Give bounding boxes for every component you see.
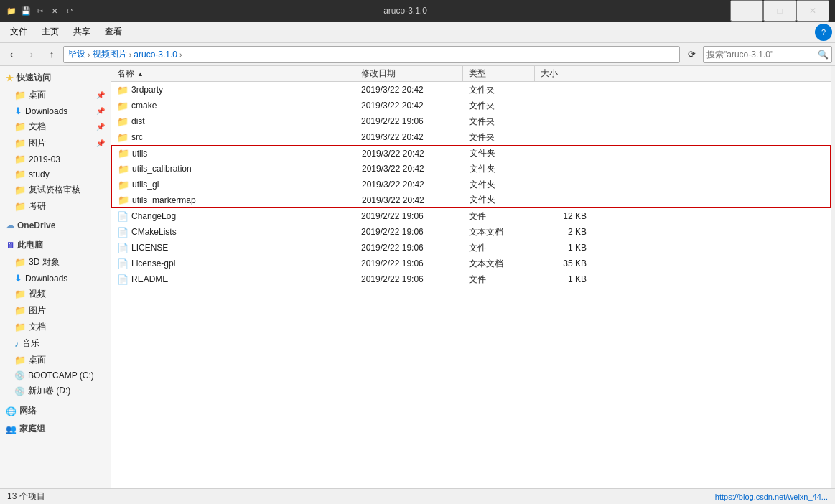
sidebar-item-volume-d[interactable]: 💿 新加卷 (D:) (0, 383, 111, 399)
file-size (535, 120, 592, 123)
file-size: 35 KB (535, 257, 592, 270)
back-button[interactable]: ‹ (3, 46, 20, 63)
sidebar-item-gaokao[interactable]: 📁 考研 (0, 198, 111, 215)
table-row[interactable]: 📄 README 2019/2/22 19:06 文件 1 KB (111, 271, 831, 287)
sidebar-section-homegroup[interactable]: 👥 家庭组 (0, 420, 111, 438)
sidebar-item-downloads[interactable]: ⬇ Downloads 📌 (0, 103, 111, 118)
sidebar-item-pics[interactable]: 📁 图片 (0, 302, 111, 319)
table-row[interactable]: 📁 utils_markermap 2019/3/22 20:42 文件夹 (111, 192, 831, 208)
sidebar-item-desktop[interactable]: 📁 桌面 📌 (0, 87, 111, 103)
file-type: 文件夹 (463, 114, 535, 129)
col-header-type[interactable]: 类型 (463, 66, 535, 81)
search-box[interactable]: 🔍 (703, 46, 832, 63)
col-header-date[interactable]: 修改日期 (355, 66, 463, 81)
col-size-label: 大小 (541, 67, 558, 80)
sidebar-section-quick-access[interactable]: ★ 快速访问 (0, 69, 111, 87)
file-type: 文件夹 (464, 162, 536, 177)
breadcrumb-sep-2: › (129, 50, 132, 59)
status-count: 13 个项目 (7, 490, 45, 503)
search-input[interactable] (706, 50, 818, 60)
cloud-icon: ☁ (6, 220, 14, 230)
breadcrumb-aruco[interactable]: aruco-3.1.0 (134, 50, 177, 60)
help-button[interactable]: ? (815, 24, 832, 41)
file-type: 文件夹 (464, 146, 536, 161)
star-icon: ★ (6, 73, 14, 83)
file-name: utils (132, 149, 147, 159)
folder-icon: 📁 (14, 169, 26, 179)
table-row[interactable]: 📁 cmake 2019/3/22 20:42 文件夹 (111, 98, 831, 113)
file-list-header: 名称 ▲ 修改日期 类型 大小 (111, 66, 831, 82)
sidebar-item-videos[interactable]: 📁 视频 (0, 286, 111, 302)
menu-file[interactable]: 文件 (3, 23, 34, 41)
folder-icon: 📁 (14, 185, 26, 195)
file-type: 文件 (463, 241, 535, 256)
music-icon: ♪ (14, 338, 19, 349)
col-header-name[interactable]: 名称 ▲ (111, 66, 355, 81)
resize-handle[interactable] (831, 66, 835, 488)
folder-icon: 📁 (117, 85, 129, 95)
menu-view[interactable]: 查看 (98, 23, 129, 41)
folder-icon: 📁 (117, 116, 129, 127)
menu-share[interactable]: 共享 (66, 23, 98, 41)
file-date: 2019/3/22 20:42 (356, 178, 464, 191)
sidebar-item-documents[interactable]: 📁 文档 (0, 319, 111, 335)
sidebar-item-bootcamp[interactable]: 💿 BOOTCAMP (C:) (0, 368, 111, 383)
file-icon: 📄 (117, 274, 129, 285)
breadcrumb-bigshe[interactable]: 毕设 (68, 48, 85, 60)
table-row[interactable]: 📁 utils_calibration 2019/3/22 20:42 文件夹 (111, 161, 831, 177)
table-row[interactable]: 📁 utils 2019/3/22 20:42 文件夹 (111, 145, 831, 161)
file-date: 2019/3/22 20:42 (356, 162, 464, 175)
sidebar-section-thispc[interactable]: 🖥 此电脑 (0, 236, 111, 254)
sidebar-item-docs[interactable]: 📁 文档 📌 (0, 118, 111, 135)
sidebar-section-onedrive[interactable]: ☁ OneDrive (0, 218, 111, 233)
sidebar-item-pc-downloads[interactable]: ⬇ Downloads (0, 271, 111, 286)
sidebar-item-pc-desktop[interactable]: 📁 桌面 (0, 352, 111, 368)
file-size (536, 152, 593, 155)
download-icon: ⬇ (14, 273, 22, 284)
table-row[interactable]: 📄 LICENSE 2019/2/22 19:06 文件 1 KB (111, 240, 831, 256)
sidebar-item-label: 图片 (29, 304, 46, 317)
network-icon: 🌐 (6, 406, 17, 416)
sidebar-item-label: 文档 (29, 121, 46, 133)
breadcrumb-sep-3: › (179, 50, 182, 59)
address-bar[interactable]: 毕设 › 视频图片 › aruco-3.1.0 › (63, 46, 680, 63)
menu-home[interactable]: 主页 (34, 23, 66, 41)
file-date: 2019/3/22 20:42 (355, 83, 463, 96)
sidebar-item-2019-03[interactable]: 📁 2019-03 (0, 151, 111, 167)
file-date: 2019/2/22 19:06 (355, 115, 463, 128)
table-row[interactable]: 📄 ChangeLog 2019/2/22 19:06 文件 12 KB (111, 208, 831, 224)
minimize-button[interactable]: ─ (730, 0, 763, 22)
drive-icon: 💿 (14, 386, 25, 396)
table-row[interactable]: 📄 License-gpl 2019/2/22 19:06 文本文档 35 KB (111, 256, 831, 271)
title-bar: 📁 💾 ✂ ✕ ↩ aruco-3.1.0 ─ □ ✕ (0, 0, 835, 22)
onedrive-label: OneDrive (17, 220, 55, 230)
file-name: License-gpl (131, 258, 175, 269)
col-header-size[interactable]: 大小 (535, 66, 592, 81)
sidebar-item-study[interactable]: 📁 study (0, 167, 111, 182)
folder-icon: 📁 (117, 101, 129, 111)
file-size: 2 KB (535, 225, 592, 238)
forward-button[interactable]: › (23, 46, 40, 63)
folder-icon: 📁 (14, 289, 26, 299)
table-row[interactable]: 📁 src 2019/3/22 20:42 文件夹 (111, 129, 831, 145)
file-date: 2019/2/22 19:06 (355, 257, 463, 270)
sidebar-item-review[interactable]: 📁 复试资格审核 (0, 182, 111, 198)
close-button[interactable]: ✕ (796, 0, 829, 22)
table-row[interactable]: 📁 utils_gl 2019/3/22 20:42 文件夹 (111, 177, 831, 192)
breadcrumb-video[interactable]: 视频图片 (93, 48, 127, 60)
sidebar-section-network[interactable]: 🌐 网络 (0, 402, 111, 420)
sidebar-item-3dobjects[interactable]: 📁 3D 对象 (0, 254, 111, 271)
pin-icon: 📌 (96, 107, 105, 115)
file-list-body: 📁 3rdparty 2019/3/22 20:42 文件夹 📁 cmake 2… (111, 82, 831, 488)
table-row[interactable]: 📁 dist 2019/2/22 19:06 文件夹 (111, 113, 831, 129)
file-pane: 名称 ▲ 修改日期 类型 大小 📁 3rdparty 2019/3/22 20:… (111, 66, 831, 488)
up-button[interactable]: ↑ (43, 46, 60, 63)
table-row[interactable]: 📁 3rdparty 2019/3/22 20:42 文件夹 (111, 82, 831, 98)
main-container: ★ 快速访问 📁 桌面 📌 ⬇ Downloads 📌 📁 文档 📌 📁 图片 … (0, 66, 835, 488)
table-row[interactable]: 📄 CMakeLists 2019/2/22 19:06 文本文档 2 KB (111, 224, 831, 240)
sidebar-item-music[interactable]: ♪ 音乐 (0, 335, 111, 352)
sidebar-item-pictures[interactable]: 📁 图片 📌 (0, 135, 111, 151)
maximize-button[interactable]: □ (763, 0, 796, 22)
file-type: 文件夹 (463, 130, 535, 145)
refresh-button[interactable]: ⟳ (683, 46, 700, 63)
